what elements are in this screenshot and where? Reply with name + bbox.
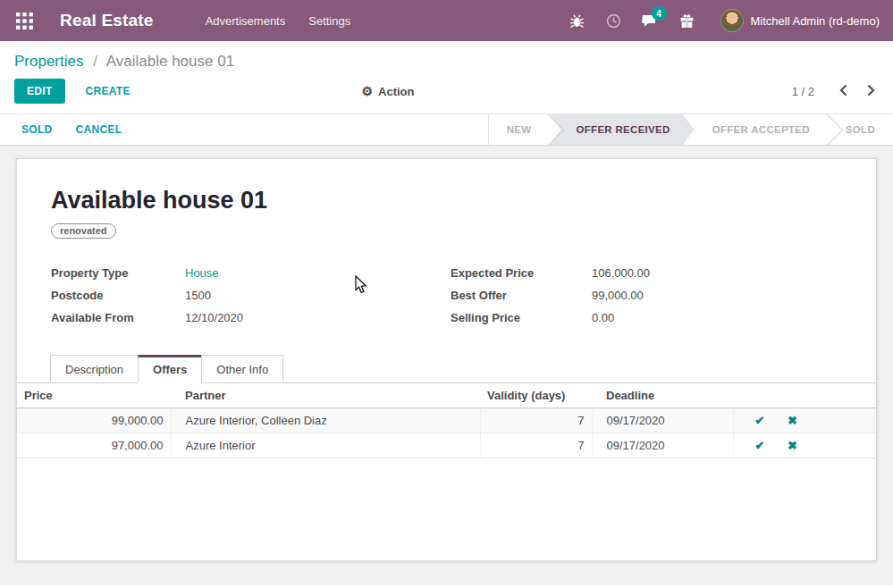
offer-actions: ✔ ✖ [733,433,876,458]
gift-icon[interactable] [678,12,696,29]
field-value: 12/10/2020 [185,307,243,329]
breadcrumb-current: Available house 01 [106,53,234,70]
statusbar-buttons: SOLD CANCEL [21,114,122,145]
tab-offers[interactable]: Offers [138,355,202,383]
messages-icon[interactable]: 4 [642,12,660,29]
field-label: Postcode [51,284,185,307]
field-groups: Property Type House Postcode 1500 Availa… [51,262,842,329]
pager-previous-button[interactable] [836,82,851,101]
offer-validity[interactable]: 7 [480,433,592,458]
stage-new[interactable]: NEW [489,114,550,145]
field-column-left: Property Type House Postcode 1500 Availa… [51,262,451,329]
main-content: Available house 01 renovated Property Ty… [0,146,893,585]
form-sheet: Available house 01 renovated Property Ty… [16,158,877,561]
column-header-actions [733,383,876,408]
cancel-button[interactable]: CANCEL [76,123,122,136]
control-panel: EDIT CREATE ⚙ Action 1 / 2 [0,72,893,113]
gear-icon: ⚙ [361,84,373,98]
field-value: 99,000.00 [592,284,644,307]
column-header-validity[interactable]: Validity (days) [480,383,592,408]
field-expected-price: Expected Price 106,000.00 [451,262,842,284]
chevron-right-icon [867,84,875,97]
notebook-tabs: Description Offers Other Info [17,355,876,383]
apps-grid-icon[interactable] [13,10,35,31]
field-label: Expected Price [451,262,592,284]
refuse-offer-icon[interactable]: ✖ [788,439,797,452]
sold-button[interactable]: SOLD [21,123,53,136]
menu-settings[interactable]: Settings [307,9,352,33]
tag-renovated[interactable]: renovated [51,223,116,239]
user-name: Mitchell Admin (rd-demo) [751,14,880,28]
column-header-price[interactable]: Price [17,383,171,408]
pager-count: 1 / 2 [792,85,814,98]
bug-icon[interactable] [569,12,586,29]
offer-deadline[interactable]: 09/17/2020 [592,433,733,458]
column-header-partner[interactable]: Partner [171,383,480,408]
property-type-link[interactable]: House [185,262,219,284]
top-navbar: Real Estate Advertisements Settings 4 [0,0,893,41]
field-best-offer: Best Offer 99,000.00 [451,284,842,307]
tab-other-info[interactable]: Other Info [201,355,283,383]
field-value: 0.00 [592,307,614,329]
app-title[interactable]: Real Estate [60,11,154,30]
breadcrumb-row: Properties / Available house 01 [0,41,893,72]
field-label: Best Offer [451,284,592,307]
field-value: 106,000.00 [592,262,650,284]
field-column-right: Expected Price 106,000.00 Best Offer 99,… [451,262,842,329]
user-avatar [720,9,744,32]
breadcrumb-separator: / [93,53,97,70]
menu-advertisements[interactable]: Advertisements [204,9,288,33]
action-menu-button[interactable]: ⚙ Action [361,84,414,98]
activities-clock-icon[interactable] [605,12,623,29]
message-count-badge: 4 [652,6,667,21]
field-postcode: Postcode 1500 [51,284,451,307]
refuse-offer-icon[interactable]: ✖ [788,414,797,427]
stage-offer-received[interactable]: OFFER RECEIVED [549,114,694,145]
field-label: Available From [51,307,185,329]
offer-validity[interactable]: 7 [480,408,592,433]
navbar-right: 4 Mitchell Admin (rd-demo) [569,9,880,32]
user-menu[interactable]: Mitchell Admin (rd-demo) [720,9,880,32]
property-title: Available house 01 [51,159,842,214]
offer-price[interactable]: 99,000.00 [17,408,171,433]
offers-table-header: Price Partner Validity (days) Deadline [17,383,876,408]
breadcrumb-parent-link[interactable]: Properties [14,53,83,70]
field-available-from: Available From 12/10/2020 [51,307,451,329]
chevron-left-icon [839,84,847,97]
field-value: 1500 [185,284,211,307]
offer-row[interactable]: 99,000.00 Azure Interior, Colleen Diaz 7… [17,408,876,433]
stage-offer-accepted[interactable]: OFFER ACCEPTED [695,114,828,145]
field-selling-price: Selling Price 0.00 [451,307,842,329]
pager-next-button[interactable] [864,82,879,101]
offer-partner[interactable]: Azure Interior, Colleen Diaz [171,408,480,433]
offer-row[interactable]: 97,000.00 Azure Interior 7 09/17/2020 ✔ … [17,433,876,458]
field-property-type: Property Type House [51,262,451,284]
edit-button[interactable]: EDIT [14,79,65,104]
pager: 1 / 2 [792,82,879,101]
statusbar: SOLD CANCEL NEW OFFER RECEIVED OFFER ACC… [0,113,893,146]
accept-offer-icon[interactable]: ✔ [755,439,765,452]
create-button[interactable]: CREATE [80,79,136,104]
tab-description[interactable]: Description [50,355,139,383]
field-label: Selling Price [451,307,592,329]
main-menu: Advertisements Settings [204,9,353,33]
field-label: Property Type [51,262,185,284]
breadcrumb: Properties / Available house 01 [14,53,879,71]
offer-deadline[interactable]: 09/17/2020 [592,408,733,433]
offer-partner[interactable]: Azure Interior [171,433,480,458]
offer-price[interactable]: 97,000.00 [17,433,171,458]
action-label: Action [378,85,414,98]
status-pipeline: NEW OFFER RECEIVED OFFER ACCEPTED SOLD [488,114,893,145]
offers-table: Price Partner Validity (days) Deadline 9… [17,383,876,458]
column-header-deadline[interactable]: Deadline [592,383,733,408]
accept-offer-icon[interactable]: ✔ [755,414,765,427]
offer-actions: ✔ ✖ [733,408,876,433]
